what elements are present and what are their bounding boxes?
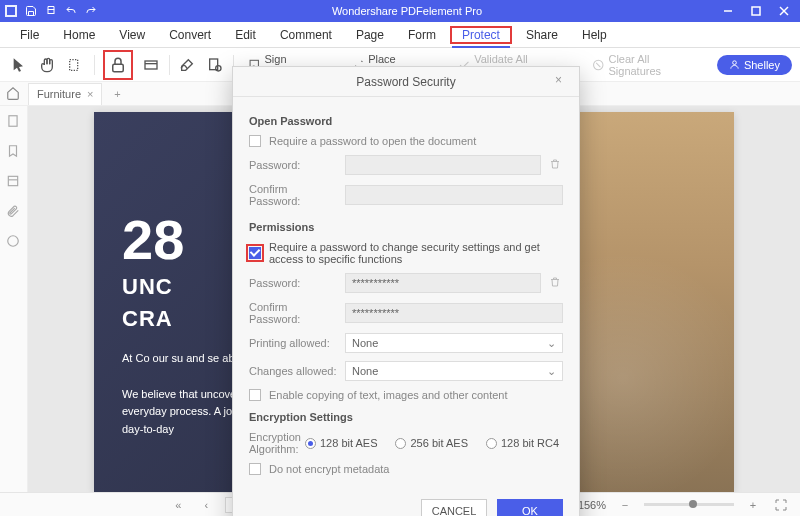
zoom-slider[interactable] bbox=[644, 503, 734, 506]
enable-copy-checkbox[interactable] bbox=[249, 389, 261, 401]
sign-icon[interactable] bbox=[178, 54, 198, 76]
svg-rect-8 bbox=[113, 64, 124, 72]
svg-point-20 bbox=[7, 236, 18, 247]
open-confirm-label: Confirm Password: bbox=[249, 183, 337, 207]
user-name: Shelley bbox=[744, 59, 780, 71]
enc-128-rc4-option[interactable]: 128 bit RC4 bbox=[486, 437, 559, 449]
svg-rect-17 bbox=[8, 116, 16, 127]
title-bar: Wondershare PDFelement Pro bbox=[0, 0, 800, 22]
open-confirm-input[interactable] bbox=[345, 185, 563, 205]
chevron-down-icon: ⌄ bbox=[547, 337, 556, 350]
perm-confirm-label: Confirm Password: bbox=[249, 301, 337, 325]
menu-convert[interactable]: Convert bbox=[159, 24, 221, 46]
pointer-tool-icon[interactable] bbox=[8, 54, 30, 76]
menu-help[interactable]: Help bbox=[572, 24, 617, 46]
svg-point-12 bbox=[216, 65, 221, 70]
menu-file[interactable]: File bbox=[10, 24, 49, 46]
encryption-algorithm-label: Encryption Algorithm: bbox=[249, 431, 301, 455]
svg-rect-4 bbox=[752, 7, 760, 15]
tab-close-icon[interactable]: × bbox=[87, 88, 93, 100]
bookmarks-icon[interactable] bbox=[6, 144, 22, 160]
first-page-icon[interactable]: « bbox=[169, 496, 187, 514]
menu-edit[interactable]: Edit bbox=[225, 24, 266, 46]
svg-rect-18 bbox=[8, 176, 17, 185]
chevron-down-icon: ⌄ bbox=[547, 365, 556, 378]
app-title: Wondershare PDFelement Pro bbox=[98, 5, 716, 17]
redact-icon[interactable] bbox=[141, 54, 161, 76]
changes-allowed-label: Changes allowed: bbox=[249, 365, 337, 377]
require-permissions-label: Require a password to change security se… bbox=[269, 241, 563, 265]
enc-128-aes-option[interactable]: 128 bit AES bbox=[305, 437, 378, 449]
ok-button[interactable]: OK bbox=[497, 499, 563, 516]
enc-256-aes-option[interactable]: 256 bit AES bbox=[395, 437, 468, 449]
add-tab-button[interactable]: + bbox=[108, 88, 126, 100]
dialog-title: Password Security bbox=[356, 75, 455, 89]
menu-view[interactable]: View bbox=[109, 24, 155, 46]
fullscreen-icon[interactable] bbox=[772, 496, 790, 514]
require-open-password-checkbox[interactable] bbox=[249, 135, 261, 147]
menu-form[interactable]: Form bbox=[398, 24, 446, 46]
toolbar-divider bbox=[169, 55, 170, 75]
password-security-dialog: Password Security × Open Password Requir… bbox=[232, 66, 580, 516]
require-permissions-checkbox[interactable] bbox=[249, 247, 261, 259]
print-icon[interactable] bbox=[44, 4, 58, 18]
zoom-out-icon[interactable]: − bbox=[616, 496, 634, 514]
perm-confirm-input[interactable] bbox=[345, 303, 563, 323]
tab-furniture[interactable]: Furniture × bbox=[28, 83, 102, 105]
user-account-button[interactable]: Shelley bbox=[717, 55, 792, 75]
maximize-button[interactable] bbox=[744, 2, 768, 20]
menu-page[interactable]: Page bbox=[346, 24, 394, 46]
open-password-label: Password: bbox=[249, 159, 337, 171]
hand-tool-icon[interactable] bbox=[36, 54, 58, 76]
svg-rect-2 bbox=[48, 10, 54, 14]
menu-home[interactable]: Home bbox=[53, 24, 105, 46]
svg-rect-11 bbox=[210, 59, 218, 70]
cancel-button[interactable]: CANCEL bbox=[421, 499, 487, 516]
permissions-section: Permissions bbox=[249, 221, 563, 233]
svg-rect-1 bbox=[7, 7, 15, 15]
thumbnails-icon[interactable] bbox=[6, 114, 22, 130]
clear-open-password-icon[interactable] bbox=[549, 158, 563, 172]
clear-signatures-label: Clear All Signatures bbox=[608, 53, 694, 77]
dialog-close-icon[interactable]: × bbox=[555, 73, 571, 89]
open-password-section: Open Password bbox=[249, 115, 563, 127]
perm-password-label: Password: bbox=[249, 277, 337, 289]
radio-icon bbox=[305, 438, 316, 449]
certificate-icon[interactable] bbox=[205, 54, 225, 76]
svg-line-15 bbox=[596, 62, 600, 66]
dialog-header: Password Security × bbox=[233, 67, 579, 97]
save-icon[interactable] bbox=[24, 4, 38, 18]
prev-page-icon[interactable]: ‹ bbox=[197, 496, 215, 514]
open-password-input[interactable] bbox=[345, 155, 541, 175]
printing-allowed-label: Printing allowed: bbox=[249, 337, 337, 349]
radio-icon bbox=[395, 438, 406, 449]
svg-rect-7 bbox=[70, 59, 78, 70]
zoom-in-icon[interactable]: + bbox=[744, 496, 762, 514]
left-sidebar bbox=[0, 106, 28, 492]
search-panel-icon[interactable] bbox=[6, 174, 22, 190]
home-icon[interactable] bbox=[6, 86, 22, 102]
changes-allowed-select[interactable]: None⌄ bbox=[345, 361, 563, 381]
menu-comment[interactable]: Comment bbox=[270, 24, 342, 46]
attachments-icon[interactable] bbox=[6, 204, 22, 220]
perm-password-input[interactable] bbox=[345, 273, 541, 293]
enable-copy-label: Enable copying of text, images and other… bbox=[269, 389, 508, 401]
menu-protect[interactable]: Protect bbox=[452, 24, 510, 48]
menu-share[interactable]: Share bbox=[516, 24, 568, 46]
app-logo-icon bbox=[4, 4, 18, 18]
close-button[interactable] bbox=[772, 2, 796, 20]
password-protect-icon[interactable] bbox=[107, 54, 129, 76]
printing-allowed-select[interactable]: None⌄ bbox=[345, 333, 563, 353]
no-encrypt-metadata-checkbox[interactable] bbox=[249, 463, 261, 475]
clear-perm-password-icon[interactable] bbox=[549, 276, 563, 290]
require-open-password-label: Require a password to open the document bbox=[269, 135, 476, 147]
redo-icon[interactable] bbox=[84, 4, 98, 18]
comments-icon[interactable] bbox=[6, 234, 22, 250]
tab-label: Furniture bbox=[37, 88, 81, 100]
undo-icon[interactable] bbox=[64, 4, 78, 18]
minimize-button[interactable] bbox=[716, 2, 740, 20]
menu-bar: File Home View Convert Edit Comment Page… bbox=[0, 22, 800, 48]
encryption-section: Encryption Settings bbox=[249, 411, 563, 423]
select-tool-icon[interactable] bbox=[64, 54, 86, 76]
clear-signatures-button[interactable]: Clear All Signatures bbox=[586, 53, 701, 77]
